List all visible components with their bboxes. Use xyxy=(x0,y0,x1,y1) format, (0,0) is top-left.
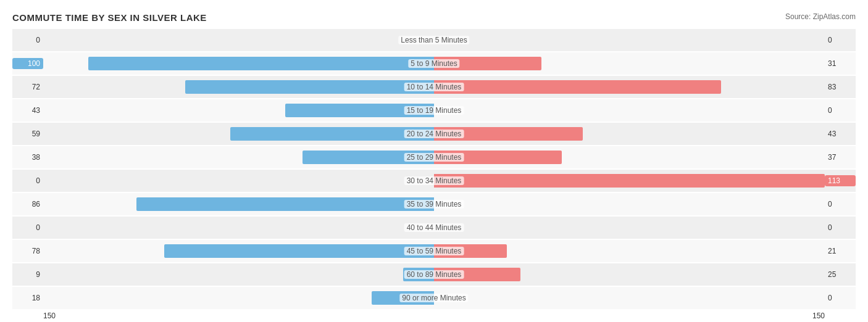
male-bar xyxy=(285,104,434,117)
bars-wrapper: 10 to 14 Minutes xyxy=(43,76,825,98)
male-value: 43 xyxy=(12,106,43,115)
male-bar xyxy=(230,127,435,141)
axis-left: 150 xyxy=(43,312,56,320)
female-bar xyxy=(434,268,520,281)
male-section xyxy=(43,217,434,239)
female-value: 83 xyxy=(825,83,856,91)
bars-wrapper: 35 to 39 Minutes xyxy=(43,193,825,215)
male-value: 0 xyxy=(12,36,43,44)
male-section xyxy=(43,123,434,145)
female-value: 31 xyxy=(825,59,856,68)
bars-wrapper: 20 to 24 Minutes xyxy=(43,123,825,145)
table-row: 100 5 to 9 Minutes 31 xyxy=(12,52,856,75)
table-row: 9 60 to 89 Minutes 25 xyxy=(12,263,856,286)
bars-wrapper: 40 to 44 Minutes xyxy=(43,217,825,239)
male-bar xyxy=(372,291,434,305)
female-section xyxy=(434,240,825,262)
bars-row: 35 to 39 Minutes xyxy=(43,193,825,215)
male-section xyxy=(43,99,434,122)
bars-wrapper: 45 to 59 Minutes xyxy=(43,240,825,262)
bars-row: 40 to 44 Minutes xyxy=(43,217,825,239)
male-bar xyxy=(164,244,434,258)
female-section xyxy=(434,170,825,192)
bars-row: 60 to 89 Minutes xyxy=(43,263,825,286)
bars-wrapper: 25 to 29 Minutes xyxy=(43,146,825,168)
male-section xyxy=(43,263,434,286)
female-value: 0 xyxy=(825,223,856,232)
table-row: 72 10 to 14 Minutes 83 xyxy=(12,76,856,98)
male-section xyxy=(43,240,434,262)
male-value: 0 xyxy=(12,176,43,185)
male-bar xyxy=(88,57,434,70)
male-section xyxy=(43,170,434,192)
bars-row: 45 to 59 Minutes xyxy=(43,240,825,262)
table-row: 0 40 to 44 Minutes 0 xyxy=(12,217,856,239)
female-section xyxy=(434,52,825,75)
bars-wrapper: 5 to 9 Minutes xyxy=(43,52,825,75)
female-section xyxy=(434,76,825,98)
male-section xyxy=(43,193,434,215)
bars-row: 20 to 24 Minutes xyxy=(43,123,825,145)
bars-row: 90 or more Minutes xyxy=(43,287,825,309)
male-section xyxy=(43,76,434,98)
male-value: 86 xyxy=(12,200,43,208)
female-bar xyxy=(434,151,562,164)
chart-container: COMMUTE TIME BY SEX IN SILVER LAKE Sourc… xyxy=(0,0,868,322)
female-section xyxy=(434,99,825,122)
female-value: 37 xyxy=(825,153,856,162)
female-bar xyxy=(434,57,541,70)
female-section xyxy=(434,29,825,51)
male-value: 59 xyxy=(12,130,43,138)
female-bar xyxy=(434,174,825,188)
female-section xyxy=(434,146,825,168)
table-row: 59 20 to 24 Minutes 43 xyxy=(12,123,856,145)
male-value: 18 xyxy=(12,294,43,302)
female-bar xyxy=(434,80,721,94)
female-value: 113 xyxy=(825,175,856,186)
axis-right: 150 xyxy=(812,312,825,320)
male-section xyxy=(43,29,434,51)
table-row: 38 25 to 29 Minutes 37 xyxy=(12,146,856,168)
female-bar xyxy=(434,244,507,258)
male-bar xyxy=(136,197,434,211)
male-value: 72 xyxy=(12,83,43,91)
female-section xyxy=(434,193,825,215)
bars-row: 30 to 34 Minutes xyxy=(43,170,825,192)
female-bar xyxy=(434,127,583,141)
male-bar xyxy=(185,80,434,94)
male-value: 0 xyxy=(12,223,43,232)
bars-row: 15 to 19 Minutes xyxy=(43,99,825,122)
male-section xyxy=(43,146,434,168)
male-value: 38 xyxy=(12,153,43,162)
female-value: 0 xyxy=(825,294,856,302)
table-row: 86 35 to 39 Minutes 0 xyxy=(12,193,856,215)
bars-wrapper: 30 to 34 Minutes xyxy=(43,170,825,192)
female-section xyxy=(434,123,825,145)
bars-wrapper: 90 or more Minutes xyxy=(43,287,825,309)
male-bar xyxy=(403,268,434,281)
chart-title: COMMUTE TIME BY SEX IN SILVER LAKE xyxy=(12,12,856,23)
female-section xyxy=(434,217,825,239)
male-value: 78 xyxy=(12,247,43,255)
source-label: Source: ZipAtlas.com xyxy=(785,12,856,21)
bars-row: Less than 5 Minutes xyxy=(43,29,825,51)
male-value: 100 xyxy=(12,58,43,69)
chart-area: 0 Less than 5 Minutes 0 100 xyxy=(12,29,856,309)
table-row: 43 15 to 19 Minutes 0 xyxy=(12,99,856,122)
female-value: 0 xyxy=(825,36,856,44)
male-section xyxy=(43,52,434,75)
axis-labels: 150 150 xyxy=(12,312,856,320)
bars-row: 5 to 9 Minutes xyxy=(43,52,825,75)
table-row: 0 Less than 5 Minutes 0 xyxy=(12,29,856,51)
table-row: 78 45 to 59 Minutes 21 xyxy=(12,240,856,262)
female-value: 0 xyxy=(825,200,856,208)
bars-row: 10 to 14 Minutes xyxy=(43,76,825,98)
bars-wrapper: Less than 5 Minutes xyxy=(43,29,825,51)
female-value: 21 xyxy=(825,247,856,255)
bars-row: 25 to 29 Minutes xyxy=(43,146,825,168)
male-bar xyxy=(303,151,434,164)
female-value: 0 xyxy=(825,106,856,115)
male-value: 9 xyxy=(12,270,43,279)
female-section xyxy=(434,287,825,309)
female-value: 43 xyxy=(825,130,856,138)
